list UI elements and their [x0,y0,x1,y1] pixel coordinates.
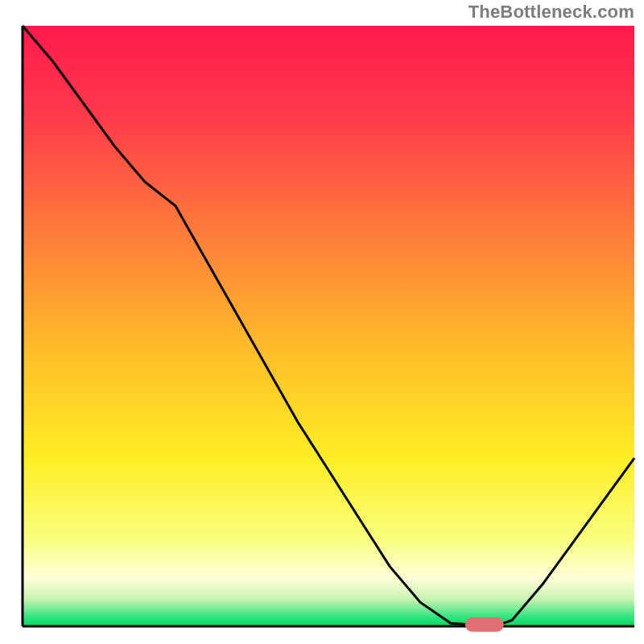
plot-background [23,26,634,626]
chart-svg [0,0,644,644]
watermark: TheBottleneck.com [469,2,634,23]
chart-container: { "watermark": "TheBottleneck.com", "cha… [0,0,644,644]
marker [465,617,504,632]
